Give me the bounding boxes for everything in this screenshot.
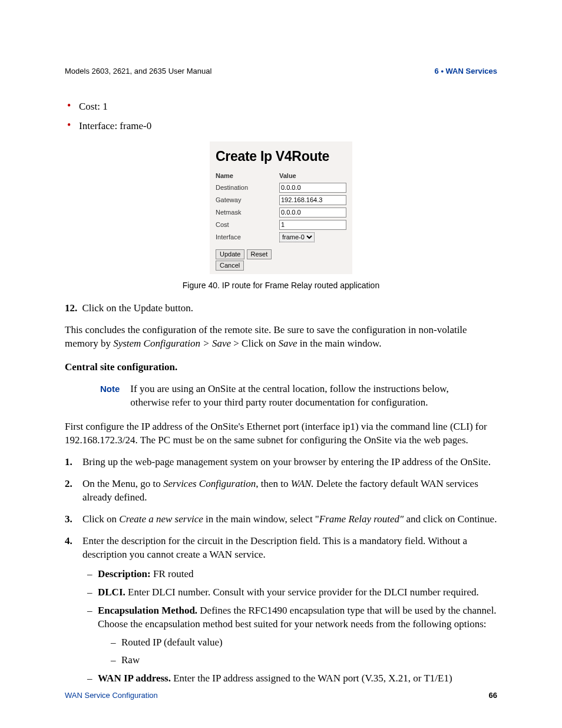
header-section-title: 6 • WAN Services [435,66,497,77]
label-interface: Interface [216,231,279,243]
bullet-cost: Cost: 1 [65,100,497,114]
step-4: Enter the description for the circuit in… [65,535,497,686]
cost-input[interactable] [279,220,346,230]
first-configure-paragraph: First configure the IP address of the On… [65,420,497,447]
cancel-button[interactable]: Cancel [216,261,244,271]
step-12-text: Click on the Update button. [82,302,193,314]
destination-input[interactable] [279,183,346,193]
figure-create-ip-v4route: Create Ip V4Route Name Value Destination… [210,141,352,274]
step-12-number: 12. [65,302,77,314]
step-2: On the Menu, go to Services Configuratio… [65,477,497,505]
figure-title: Create Ip V4Route [216,147,346,166]
label-destination: Destination [216,182,279,194]
encap-routed-ip: Routed IP (default value) [111,636,497,650]
header-manual-title: Models 2603, 2621, and 2635 User Manual [65,66,211,77]
figure-caption: Figure 40. IP route for Frame Relay rout… [65,280,497,291]
note-body: If you are using an OnSite at the centra… [130,383,460,410]
label-cost: Cost [216,219,279,231]
step-3: Click on Create a new service in the mai… [65,513,497,526]
col-header-name: Name [216,170,279,182]
col-header-value: Value [279,170,346,182]
reset-button[interactable]: Reset [247,249,272,259]
encap-raw: Raw [111,654,497,667]
central-site-heading: Central site configuration. [65,361,497,374]
bullet-interface: Interface: frame-0 [65,120,497,133]
page-number: 66 [489,690,497,701]
update-button[interactable]: Update [216,249,244,259]
gateway-input[interactable] [279,195,346,205]
step-4-dlci: DLCI. Enter DLCI number. Consult with yo… [87,586,497,599]
step-4-description: Description: FR routed [87,568,497,581]
netmask-input[interactable] [279,207,346,218]
step-4-encapsulation: Encapsulation Method. Defines the RFC149… [87,604,497,668]
label-netmask: Netmask [216,206,279,219]
step-1: Bring up the web-page management system … [65,456,497,469]
note-label: Note [100,383,130,410]
interface-select[interactable]: frame-0 [279,232,315,242]
conclusion-paragraph: This concludes the configuration of the … [65,324,497,351]
label-gateway: Gateway [216,194,279,206]
step-4-wan-ip: WAN IP address. Enter the IP address ass… [87,672,497,686]
footer-section: WAN Service Configuration [65,690,158,701]
